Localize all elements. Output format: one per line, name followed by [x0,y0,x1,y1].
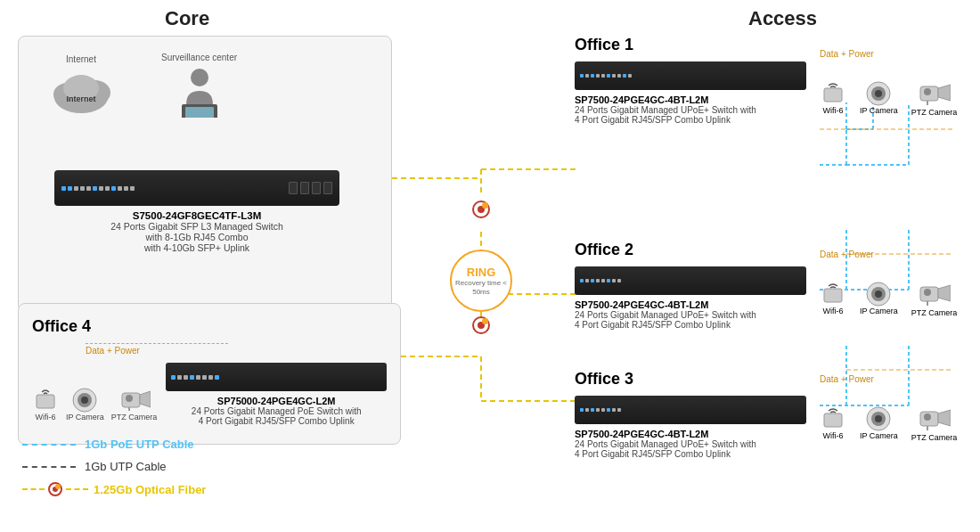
svg-point-58 [875,90,882,97]
access-header: Access [748,7,817,30]
office2-ptzcam-icon [919,282,951,308]
surveillance-label: Surveillance center [161,53,237,62]
office4-switch-device [166,363,387,391]
internet-label: Internet [45,54,117,64]
legend-black-dot-line [22,466,76,468]
svg-marker-52 [140,391,151,407]
diagram: Core Access Internet Internet Surveillan… [0,0,980,532]
svg-point-66 [875,291,882,298]
office4-ptzcam-device: PTZ Camera [111,386,158,422]
office2-ipcam-icon [864,282,893,307]
office3-wifi-device: Wifi-6 [820,406,846,442]
internet-section: Internet Internet [45,54,117,119]
office1-devices: Data + Power Wifi-6 IP Camera [820,49,957,117]
office1-ptzcam-device: PTZ Camera [911,81,958,117]
internet-cloud-icon: Internet [45,66,117,115]
office3-label: Office 3 [575,370,806,389]
legend: 1Gb PoE UTP Cable 1Gb UTP Cable 1.25Gb O… [22,438,206,505]
svg-point-43 [191,69,208,86]
fiber-symbol-2 [472,316,490,334]
legend-poe-cable: 1Gb PoE UTP Cable [22,438,206,451]
ipcam-icon [70,388,99,413]
office2-wifi-device: Wifi-6 [820,282,846,317]
office2-switch-device [575,266,806,295]
svg-marker-60 [938,85,951,101]
legend-fiber-label: 1.25Gb Optical Fiber [94,483,206,496]
office3-section: Office 3 SP7500-24PGE4GC-4BT-L2M 24 Port… [575,370,806,459]
office1-wifi-device: Wifi-6 [820,81,846,117]
ring-badge: RING Recovery time < 50ms [450,250,512,312]
office1-ptzcam-icon [919,81,951,108]
office3-ipcam-icon [864,406,893,431]
office4-label: Office 4 [32,317,387,336]
core-header: Core [165,7,209,30]
office3-devices: Data + Power Wifi-6 IP Camera [820,374,957,442]
office2-label: Office 2 [575,241,806,259]
surveillance-section: Surveillance center [161,53,237,121]
office2-wifi6-icon [820,282,846,307]
legend-fiber-symbol [22,482,88,496]
office4-switch-label: SP75000-24PGE4GC-L2M 24 Ports Gigabit Ma… [166,396,387,426]
office1-data-power: Data + Power [820,49,957,59]
office3-ipcam-device: IP Camera [860,406,898,442]
core-switch-section: S7500-24GF8GEC4TF-L3M 24 Ports Gigabit S… [54,170,339,253]
office4-ipcam-device: IP Camera [66,388,104,422]
svg-text:Internet: Internet [66,94,95,103]
legend-poe-label: 1Gb PoE UTP Cable [85,438,194,451]
office2-ptzcam-device: PTZ Camera [911,282,958,317]
svg-rect-55 [824,88,842,102]
legend-utp-label: 1Gb UTP Cable [85,460,167,473]
office1-wifi6-icon [820,81,846,106]
office3-switch-device [575,396,806,424]
svg-point-69 [924,289,931,296]
office1-switch-label: SP7500-24PGE4GC-4BT-L2M 24 Ports Gigabit… [575,94,806,125]
office1-section: Office 1 SP7500-24PGE4GC-4BT-L2M 24 Port… [575,36,806,125]
wifi6-icon [32,388,59,413]
ptzcam-icon [118,386,151,413]
office4-box: Office 4 Data + Power Wifi-6 [18,303,401,445]
core-box: Internet Internet Surveillance center [18,36,392,312]
office3-data-power: Data + Power [820,374,957,384]
office1-switch-device [575,61,806,90]
office3-ptzcam-icon [919,406,951,433]
svg-point-50 [81,397,88,404]
svg-point-77 [924,413,931,421]
office1-ipcam-icon [864,81,893,106]
svg-rect-63 [824,289,842,302]
office1-label: Office 1 [575,36,806,54]
svg-marker-76 [938,410,951,426]
office2-data-power: Data + Power [820,250,957,259]
svg-point-61 [924,88,931,95]
office3-switch-label: SP7500-24PGE4GC-4BT-L2M 24 Ports Gigabit… [575,429,806,459]
core-switch-label: S7500-24GF8GEC4TF-L3M 24 Ports Gigabit S… [54,210,339,253]
legend-utp-cable: 1Gb UTP Cable [22,460,206,473]
svg-rect-71 [824,413,842,427]
office2-devices: Data + Power Wifi-6 IP Camera [820,250,957,317]
office4-wifi-device: Wifi-6 [32,388,59,422]
fiber-symbol-1 [472,201,490,218]
core-switch-device [54,170,339,206]
svg-rect-45 [185,107,214,118]
office3-wifi6-icon [820,406,846,431]
office1-ipcam-device: IP Camera [860,81,898,117]
surveillance-person-icon [173,64,226,118]
office2-switch-label: SP7500-24PGE4GC-4BT-L2M 24 Ports Gigabit… [575,299,806,330]
svg-rect-47 [37,395,54,408]
office3-ptzcam-device: PTZ Camera [911,406,958,442]
svg-point-53 [126,395,133,402]
office4-data-power: Data + Power [86,343,228,356]
legend-fiber-cable: 1.25Gb Optical Fiber [22,482,206,496]
office2-section: Office 2 SP7500-24PGE4GC-4BT-L2M 24 Port… [575,241,806,330]
svg-marker-68 [938,285,951,301]
office4-switch-section: SP75000-24PGE4GC-L2M 24 Ports Gigabit Ma… [166,363,387,426]
svg-point-74 [875,415,882,422]
legend-blue-dot-line [22,444,76,446]
office2-ipcam-device: IP Camera [860,282,898,317]
